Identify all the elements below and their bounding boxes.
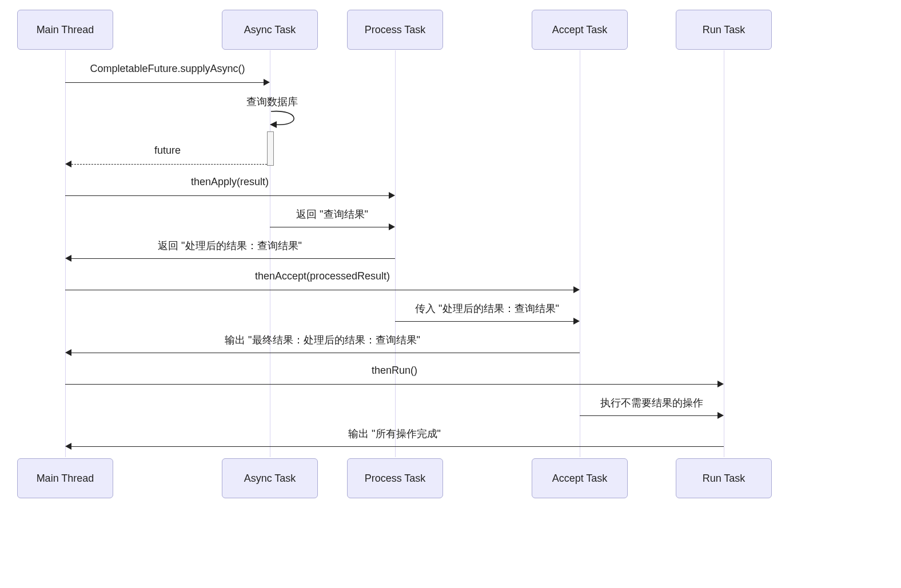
participant-label: Main Thread [37, 24, 94, 36]
arrow-head-then-run [717, 381, 724, 387]
msg-label-output-done: 输出 "所有操作完成" [348, 427, 441, 441]
svg-marker-0 [270, 121, 277, 128]
msg-label-return-query: 返回 "查询结果" [296, 207, 368, 221]
msg-label-pass-processed: 传入 "处理后的结果：查询结果" [415, 302, 559, 315]
arrow-return-query [270, 227, 389, 227]
msg-label-then-run: thenRun() [372, 365, 417, 377]
participant-main-thread-bot: Main Thread [17, 458, 113, 498]
arrow-head-output-final [65, 349, 71, 356]
msg-label-supply-async: CompletableFuture.supplyAsync() [90, 63, 245, 75]
participant-run-task-bot: Run Task [676, 458, 772, 498]
msg-label-output-final: 输出 "最终结果：处理后的结果：查询结果" [225, 333, 420, 347]
lifeline-accept-task [580, 50, 580, 457]
participant-label: Run Task [703, 473, 745, 485]
arrow-head-future [65, 161, 71, 167]
msg-label-then-apply: thenApply(result) [191, 176, 269, 188]
arrow-head-then-accept [573, 286, 580, 293]
participant-process-task-bot: Process Task [347, 458, 443, 498]
arrow-head-then-apply [389, 192, 395, 199]
arrow-head-pass-processed [573, 318, 580, 325]
arrow-pass-processed [395, 321, 573, 322]
lifeline-process-task [395, 50, 396, 457]
msg-label-return-processed: 返回 "处理后的结果：查询结果" [158, 239, 302, 253]
arrow-return-processed [71, 258, 395, 259]
msg-label-then-accept: thenAccept(processedResult) [255, 270, 390, 282]
arrow-head-return-processed [65, 255, 71, 262]
participant-label: Run Task [703, 24, 745, 36]
arrow-head-output-done [65, 443, 71, 450]
participant-async-task-bot: Async Task [222, 458, 318, 498]
arrow-head-return-query [389, 223, 395, 230]
participant-accept-task-top: Accept Task [532, 10, 628, 50]
participant-label: Accept Task [552, 24, 608, 36]
msg-label-future: future [154, 145, 181, 157]
lifeline-run-task [724, 50, 724, 457]
participant-label: Async Task [244, 473, 296, 485]
arrow-head-exec-no-result [717, 412, 724, 419]
arrow-future [71, 164, 267, 165]
lifeline-main-thread [65, 50, 66, 457]
participant-label: Process Task [365, 24, 426, 36]
participant-label: Process Task [365, 473, 426, 485]
self-loop-query-db [270, 110, 304, 130]
arrow-then-apply [65, 195, 389, 196]
participant-label: Main Thread [37, 473, 94, 485]
participant-main-thread-top: Main Thread [17, 10, 113, 50]
arrow-output-done [71, 446, 724, 447]
arrow-head-supply-async [264, 79, 270, 86]
arrow-supply-async [65, 82, 264, 83]
participant-process-task-top: Process Task [347, 10, 443, 50]
participant-accept-task-bot: Accept Task [532, 458, 628, 498]
participant-run-task-top: Run Task [676, 10, 772, 50]
arrow-output-final [71, 353, 580, 353]
participant-async-task-top: Async Task [222, 10, 318, 50]
arrow-then-run [65, 384, 717, 385]
msg-label-exec-no-result: 执行不需要结果的操作 [600, 396, 703, 410]
participant-label: Accept Task [552, 473, 608, 485]
arrow-then-accept [65, 290, 573, 290]
msg-label-query-db: 查询数据库 [246, 95, 298, 109]
activation-async-task [267, 131, 274, 166]
arrow-exec-no-result [580, 415, 717, 416]
participant-label: Async Task [244, 24, 296, 36]
